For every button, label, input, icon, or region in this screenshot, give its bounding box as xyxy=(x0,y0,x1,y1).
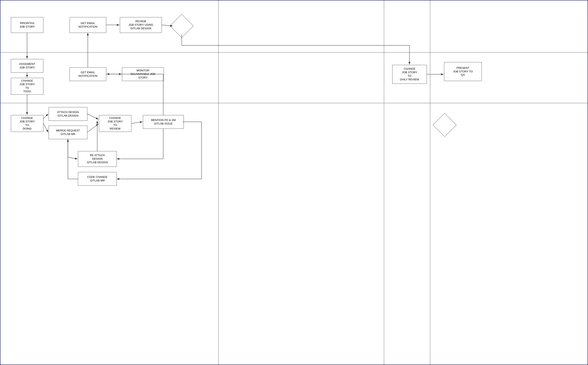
box-change-daily: CHANGE JOB STORY TO DAILY REVIEW xyxy=(392,65,427,84)
grid-line-v3 xyxy=(430,0,430,365)
box-merge-request: MERGE REQUEST GITLAB MR xyxy=(49,126,87,139)
svg-line-18 xyxy=(131,122,143,124)
box-prioritas: PRIORITAS JOB STORY xyxy=(11,17,43,33)
box-re-attach: RE ATTACH DESIGN GITLAB DESIGN xyxy=(78,151,117,167)
box-change-review: CHANGE JOB STORY TO REVIEW xyxy=(99,115,131,132)
grid-line-v2 xyxy=(384,0,384,365)
svg-line-20 xyxy=(68,157,78,159)
box-get-email-mid: GET EMAIL NOTIFICATION xyxy=(70,67,106,81)
svg-line-16 xyxy=(87,114,99,119)
box-assigment: ASSIGMENT JOB STORY xyxy=(11,59,43,73)
grid-line-h1 xyxy=(0,52,588,53)
diamond-bottom xyxy=(433,113,456,137)
box-attach-design: ATTACH DESIGN GITLAB DESIGN xyxy=(49,107,87,121)
svg-line-17 xyxy=(87,124,99,132)
box-change-todo: CHANGE JOB STORY TO TODO xyxy=(11,78,43,95)
diamond-top xyxy=(170,14,193,38)
box-code-change: CODE CHANGE GITLAB MR xyxy=(78,172,117,186)
box-change-doing: CHANGE JOB STORY TO DOING xyxy=(11,115,43,132)
box-present: PRESENT JOB STORY TO QA xyxy=(444,62,482,81)
diagram-container: PRIORITAS JOB STORY GET EMAIL NOTIFICATI… xyxy=(0,0,588,365)
box-monitor: MONITOR DELIVERABLE JOB STORY xyxy=(122,67,164,81)
grid-line-v1 xyxy=(218,0,218,365)
svg-line-15 xyxy=(43,124,48,132)
box-get-email-top: GET EMAIL NOTIFICATION xyxy=(70,17,106,33)
svg-line-14 xyxy=(43,114,48,119)
box-review-job-story: REVIEW JOB STORY USING GITLAB DESIGN xyxy=(120,17,162,33)
box-mention-po: MENTION PO & SM GITLAB ISSUE xyxy=(143,115,184,129)
